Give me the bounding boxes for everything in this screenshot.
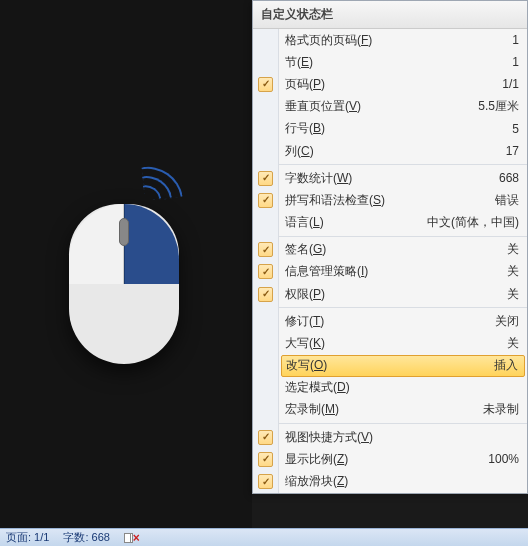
check-cell-spell-grammar: ✓ [253,189,278,211]
menu-item-signature[interactable]: 签名(G)关 [279,239,527,261]
menu-item-label: 签名(G) [285,241,326,258]
check-icon: ✓ [258,171,273,186]
menu-item-value: 中文(简体，中国) [427,214,519,231]
menu-item-value: 1/1 [502,77,519,91]
menu-item-revisions[interactable]: 修订(T)关闭 [279,310,527,332]
menu-item-label: 字数统计(W) [285,170,352,187]
menu-item-info-policy[interactable]: 信息管理策略(I)关 [279,261,527,283]
menu-gutter: ✓✓✓✓✓✓✓✓✓ [253,29,279,493]
menu-item-language[interactable]: 语言(L)中文(简体，中国) [279,212,527,234]
mouse-illustration [56,154,196,374]
menu-item-page-number[interactable]: 页码(P)1/1 [279,73,527,95]
check-icon: ✓ [258,264,273,279]
menu-item-page-of-format[interactable]: 格式页的页码(F)1 [279,29,527,51]
menu-item-value: 关闭 [495,313,519,330]
menu-item-value: 1 [512,55,519,69]
menu-item-label: 显示比例(Z) [285,451,348,468]
menu-item-label: 拼写和语法检查(S) [285,192,385,209]
menu-item-label: 宏录制(M) [285,401,339,418]
menu-item-label: 修订(T) [285,313,324,330]
menu-item-label: 权限(P) [285,286,325,303]
check-cell-selection-mode [253,377,278,399]
menu-item-spell-grammar[interactable]: 拼写和语法检查(S)错误 [279,189,527,211]
menu-item-label: 视图快捷方式(V) [285,429,373,446]
menu-item-value: 未录制 [483,401,519,418]
menu-item-value: 关 [507,263,519,280]
check-cell-overtype [253,355,278,377]
check-cell-page-number: ✓ [253,73,278,95]
menu-item-value: 关 [507,286,519,303]
status-bar: 页面: 1/1 字数: 668 × [0,528,528,546]
check-cell-line-number [253,118,278,140]
menu-item-zoom[interactable]: 显示比例(Z)100% [279,448,527,470]
menu-item-label: 缩放滑块(Z) [285,473,348,490]
mouse-left-button-icon [69,204,124,284]
menu-item-value: 5 [512,122,519,136]
menu-item-label: 垂直页位置(V) [285,98,361,115]
menu-item-vertical-position[interactable]: 垂直页位置(V)5.5厘米 [279,96,527,118]
check-icon: ✓ [258,452,273,467]
menu-item-value: 插入 [494,357,518,374]
check-cell-section [253,51,278,73]
menu-item-label: 改写(O) [286,357,327,374]
check-cell-column [253,140,278,162]
check-icon: ✓ [258,242,273,257]
menu-item-label: 信息管理策略(I) [285,263,368,280]
check-cell-zoom-slider: ✓ [253,471,278,493]
menu-item-view-shortcut[interactable]: 视图快捷方式(V) [279,426,527,448]
menu-item-label: 节(E) [285,54,313,71]
menu-item-value: 17 [506,144,519,158]
menu-item-column[interactable]: 列(C)17 [279,140,527,162]
menu-item-zoom-slider[interactable]: 缩放滑块(Z) [279,470,527,492]
menu-item-permissions[interactable]: 权限(P)关 [279,283,527,305]
menu-separator [279,164,527,165]
menu-item-value: 668 [499,171,519,185]
menu-item-label: 大写(K) [285,335,325,352]
check-cell-word-count: ✓ [253,167,278,189]
check-cell-info-policy: ✓ [253,261,278,283]
menu-separator [279,307,527,308]
status-page[interactable]: 页面: 1/1 [6,530,49,545]
menu-item-line-number[interactable]: 行号(B)5 [279,118,527,140]
menu-title: 自定义状态栏 [253,1,527,29]
mouse-right-button-icon [124,204,179,284]
check-icon: ✓ [258,287,273,302]
menu-item-macro-record[interactable]: 宏录制(M)未录制 [279,399,527,421]
menu-item-value: 1 [512,33,519,47]
check-cell-permissions: ✓ [253,283,278,305]
menu-item-caps-lock[interactable]: 大写(K)关 [279,332,527,354]
check-cell-zoom: ✓ [253,448,278,470]
check-cell-macro-record [253,399,278,421]
check-cell-view-shortcut: ✓ [253,426,278,448]
menu-item-label: 行号(B) [285,120,325,137]
check-icon: ✓ [258,474,273,489]
document-canvas [0,0,252,528]
menu-item-word-count[interactable]: 字数统计(W)668 [279,167,527,189]
check-cell-revisions [253,310,278,332]
menu-items-area: 格式页的页码(F)1节(E)1页码(P)1/1垂直页位置(V)5.5厘米行号(B… [279,29,527,493]
menu-item-value: 关 [507,335,519,352]
menu-item-selection-mode[interactable]: 选定模式(D) [279,377,527,399]
menu-item-label: 列(C) [285,143,314,160]
check-cell-caps-lock [253,332,278,354]
menu-item-label: 选定模式(D) [285,379,350,396]
menu-item-value: 100% [488,452,519,466]
customize-status-bar-menu[interactable]: 自定义状态栏 ✓✓✓✓✓✓✓✓✓ 格式页的页码(F)1节(E)1页码(P)1/1… [252,0,528,494]
menu-item-section[interactable]: 节(E)1 [279,51,527,73]
check-cell-language [253,212,278,234]
check-icon: ✓ [258,430,273,445]
menu-item-label: 语言(L) [285,214,324,231]
check-cell-vertical-position [253,96,278,118]
menu-separator [279,423,527,424]
mouse-wheel-icon [119,218,129,246]
menu-item-value: 错误 [495,192,519,209]
menu-item-label: 格式页的页码(F) [285,32,372,49]
book-icon [124,533,133,543]
status-spellcheck-icon[interactable]: × [124,531,140,545]
menu-item-value: 5.5厘米 [478,98,519,115]
check-icon: ✓ [258,77,273,92]
status-word-count[interactable]: 字数: 668 [63,530,109,545]
check-icon: ✓ [258,193,273,208]
menu-item-overtype[interactable]: 改写(O)插入 [281,355,525,377]
check-cell-page-of-format [253,29,278,51]
